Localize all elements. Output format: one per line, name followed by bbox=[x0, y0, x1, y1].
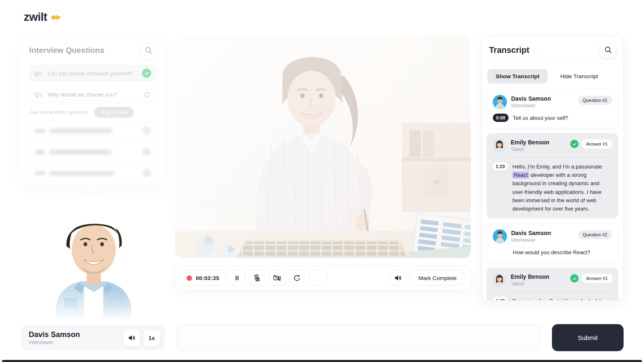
blurred-text bbox=[50, 150, 112, 154]
question-prefix: Q1: bbox=[34, 70, 43, 77]
question-row-blurred[interactable] bbox=[29, 122, 156, 139]
timer-value: 00:02:35 bbox=[196, 275, 219, 281]
refresh-icon[interactable] bbox=[143, 91, 151, 98]
speaker-icon bbox=[127, 333, 136, 342]
message-text: Tell us about your self? bbox=[513, 114, 612, 122]
blurred-text bbox=[50, 129, 112, 133]
speaker-name: Davis Samson bbox=[29, 330, 80, 339]
current-speaker-card: Davis Samson Interviewer 1x bbox=[21, 326, 165, 350]
message-speaker: Emily Benson bbox=[511, 273, 549, 280]
timestamp-chip[interactable]: 0:00 bbox=[493, 114, 509, 122]
recording-timer: 00:02:35 bbox=[180, 270, 225, 286]
timestamp-chip[interactable]: 1:23 bbox=[492, 297, 508, 300]
message-text: React is a JavaScript library for buildi… bbox=[512, 297, 612, 300]
speaker-volume-button[interactable] bbox=[123, 330, 140, 346]
message-role: Interviewer bbox=[511, 237, 551, 243]
message-role: Interviewer bbox=[511, 103, 551, 109]
message-speaker: Emily Benson bbox=[511, 139, 549, 146]
transcript-message-answer-2: Emily Benson Talent Answer #1 1:23 React… bbox=[487, 268, 618, 300]
interview-questions-panel: Interview Questions Q1: Can you please i… bbox=[21, 35, 165, 184]
transcript-messages[interactable]: Davis Samson Interviewer Question #1 0:0… bbox=[482, 88, 623, 300]
playback-speed-button[interactable]: 1x bbox=[143, 330, 160, 346]
blurred-text bbox=[35, 171, 45, 176]
answer-check-icon bbox=[570, 140, 579, 148]
question-row-blurred[interactable] bbox=[29, 143, 156, 161]
brand-logo: zwilt bbox=[24, 11, 62, 24]
notes-input[interactable] bbox=[177, 325, 540, 351]
message-text: Hello, I'm Emily, and I'm a passionate R… bbox=[512, 162, 612, 213]
transcript-message-question-1: Davis Samson Interviewer Question #1 0:0… bbox=[487, 89, 618, 128]
message-speaker: Davis Samson bbox=[511, 230, 551, 236]
interviewer-photo bbox=[41, 205, 145, 321]
blurred-text bbox=[50, 171, 114, 176]
question-prefix: Q1: bbox=[35, 92, 44, 98]
questions-search-button[interactable] bbox=[141, 43, 156, 58]
question-text: Can you please introduce yourself? bbox=[47, 70, 138, 77]
avatar-emily bbox=[492, 139, 507, 153]
transcript-tabs: Show Transcript Hide Transcript bbox=[482, 64, 623, 88]
questions-panel-title: Interview Questions bbox=[29, 46, 105, 55]
volume-button[interactable] bbox=[389, 270, 406, 286]
check-icon bbox=[142, 69, 151, 78]
message-divider bbox=[511, 292, 612, 292]
recording-controls-bar: 00:02:35 Mark Co bbox=[175, 266, 471, 290]
recording-indicator-icon bbox=[187, 275, 192, 281]
blurred-text bbox=[35, 129, 45, 133]
mark-complete-button[interactable]: Mark Complete bbox=[409, 270, 465, 286]
tab-hide-transcript[interactable]: Hide Transcript bbox=[552, 69, 607, 84]
message-role: Talent bbox=[511, 146, 549, 152]
brand-name: zwilt bbox=[24, 11, 47, 24]
transcript-panel: Transcript Show Transcript Hide Transcri… bbox=[481, 35, 624, 300]
ask-another-question-link[interactable]: Ask me another question bbox=[30, 109, 87, 115]
transcript-search-button[interactable] bbox=[601, 42, 616, 57]
pause-button[interactable] bbox=[229, 270, 245, 286]
search-icon bbox=[604, 46, 612, 54]
question-badge: Question #2 bbox=[578, 230, 612, 239]
transcript-message-answer-1: Emily Benson Talent Answer #1 1:23 Hello… bbox=[487, 133, 618, 218]
transcript-title: Transcript bbox=[489, 45, 529, 55]
restart-icon bbox=[293, 274, 301, 282]
restart-button[interactable] bbox=[289, 270, 305, 286]
message-role: Talent bbox=[511, 281, 549, 287]
speaker-role: Interviewer bbox=[29, 340, 80, 345]
speaker-icon bbox=[393, 273, 402, 283]
camera-off-button[interactable] bbox=[269, 270, 285, 286]
avatar-emily bbox=[492, 273, 507, 287]
tab-show-transcript[interactable]: Show Transcript bbox=[487, 69, 548, 84]
answer-check-icon bbox=[570, 274, 579, 283]
submit-button[interactable]: Submit bbox=[552, 324, 624, 351]
message-text: How would you describe React? bbox=[513, 248, 612, 257]
mic-off-icon bbox=[252, 273, 262, 283]
question-text: Why should we choose you? bbox=[48, 92, 139, 98]
extra-control-button[interactable] bbox=[309, 270, 328, 286]
blurred-icon bbox=[142, 169, 151, 177]
answer-badge: Answer #1 bbox=[582, 274, 612, 283]
question-badge: Question #1 bbox=[578, 96, 612, 105]
search-icon bbox=[145, 46, 153, 55]
transcript-message-question-2: Davis Samson Interviewer Question #2 How… bbox=[487, 223, 618, 263]
message-divider bbox=[511, 157, 612, 158]
brand-arrow-icon bbox=[50, 13, 62, 22]
avatar-davis bbox=[493, 229, 507, 243]
blurred-icon bbox=[142, 148, 151, 156]
question-row-1[interactable]: Q1: Can you please introduce yourself? bbox=[29, 64, 156, 82]
blurred-text bbox=[35, 150, 45, 154]
answer-badge: Answer #1 bbox=[582, 139, 612, 149]
window-bottom-edge bbox=[2, 360, 642, 362]
avatar-davis bbox=[493, 95, 507, 109]
skip-to-next-button[interactable]: Skip to next bbox=[94, 107, 134, 118]
timestamp-chip[interactable]: 1:23 bbox=[492, 162, 508, 171]
talent-video-feed bbox=[175, 35, 471, 258]
question-row-2[interactable]: Q1: Why should we choose you? bbox=[29, 86, 156, 103]
blurred-icon bbox=[142, 126, 151, 135]
message-speaker: Davis Samson bbox=[511, 95, 551, 102]
interview-app: zwilt Interview Questions Q1: Can you pl… bbox=[0, 0, 644, 362]
question-row-blurred[interactable] bbox=[29, 164, 156, 182]
camera-off-icon bbox=[272, 273, 282, 283]
mute-mic-button[interactable] bbox=[249, 270, 265, 286]
pause-icon bbox=[233, 274, 241, 282]
sparkle-icon: ✦ bbox=[527, 166, 530, 173]
